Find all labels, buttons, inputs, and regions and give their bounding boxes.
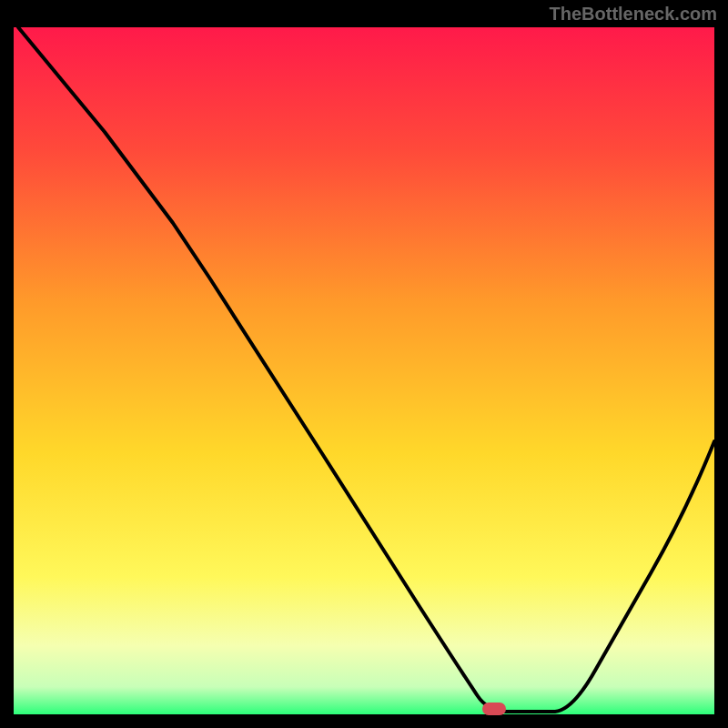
curve-path xyxy=(18,27,714,712)
bottleneck-curve xyxy=(14,27,714,714)
watermark-text: TheBottleneck.com xyxy=(550,4,717,25)
chart-frame xyxy=(14,27,714,714)
optimum-marker xyxy=(482,703,506,715)
